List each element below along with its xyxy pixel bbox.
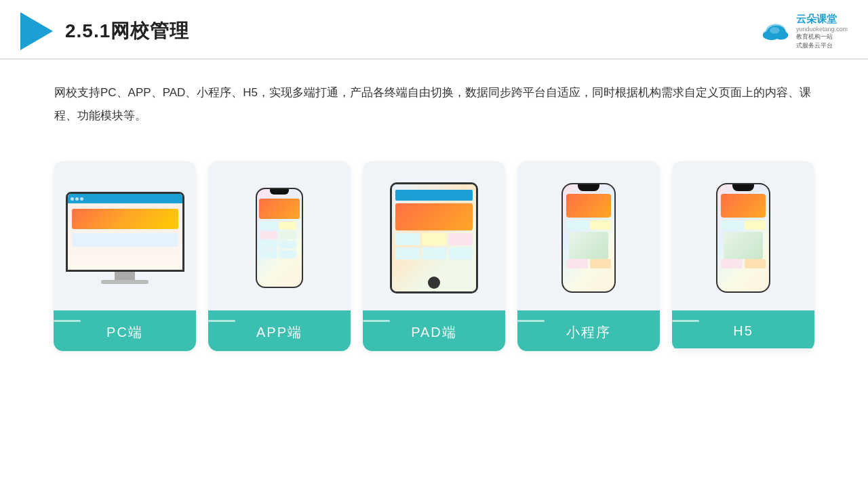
card-app-image: [208, 161, 351, 310]
card-miniprogram-label: 小程序: [517, 310, 660, 351]
card-pc-image: [54, 161, 196, 310]
brand-name: 云朵课堂: [796, 13, 848, 26]
brand-logo: 云朵课堂 yunduoketang.com 教育机构一站式服务云平台: [760, 13, 848, 50]
header-right: 云朵课堂 yunduoketang.com 教育机构一站式服务云平台: [760, 13, 848, 50]
miniprogram-phone-icon: [561, 183, 616, 293]
card-pad-label: PAD端: [363, 310, 505, 351]
card-pad-image: [363, 161, 505, 310]
device-cards-container: PC端 APP端: [0, 141, 868, 351]
card-h5: H5: [672, 161, 814, 351]
h5-phone-icon: [716, 183, 770, 293]
card-h5-image: [672, 161, 814, 310]
brand-url: yunduoketang.com: [796, 26, 848, 33]
app-phone-icon: [256, 188, 303, 288]
card-pad: PAD端: [363, 161, 505, 351]
header-left: 2.5.1网校管理: [20, 12, 189, 50]
pc-monitor-icon: [66, 192, 184, 284]
description-text: 网校支持PC、APP、PAD、小程序、H5，实现多端打通，产品各终端自由切换，数…: [54, 86, 811, 122]
card-h5-label: H5: [672, 310, 814, 348]
brand-slogan: 教育机构一站式服务云平台: [796, 33, 848, 50]
brand-text-area: 云朵课堂 yunduoketang.com 教育机构一站式服务云平台: [796, 13, 848, 50]
svg-point-7: [770, 27, 779, 34]
pad-tablet-icon: [390, 182, 478, 293]
card-app: APP端: [208, 161, 351, 351]
card-pc: PC端: [54, 161, 196, 351]
page-description: 网校支持PC、APP、PAD、小程序、H5，实现多端打通，产品各终端自由切换，数…: [0, 60, 868, 134]
card-app-label: APP端: [208, 310, 351, 351]
logo-triangle-icon: [20, 12, 53, 50]
card-miniprogram: 小程序: [517, 161, 660, 351]
page-header: 2.5.1网校管理 云朵课堂 yunduoketang.com 教育机构一站式服…: [0, 0, 868, 60]
cloud-icon: [760, 19, 792, 43]
card-pc-label: PC端: [54, 310, 196, 351]
page-title: 2.5.1网校管理: [65, 18, 189, 44]
card-miniprogram-image: [517, 161, 660, 310]
